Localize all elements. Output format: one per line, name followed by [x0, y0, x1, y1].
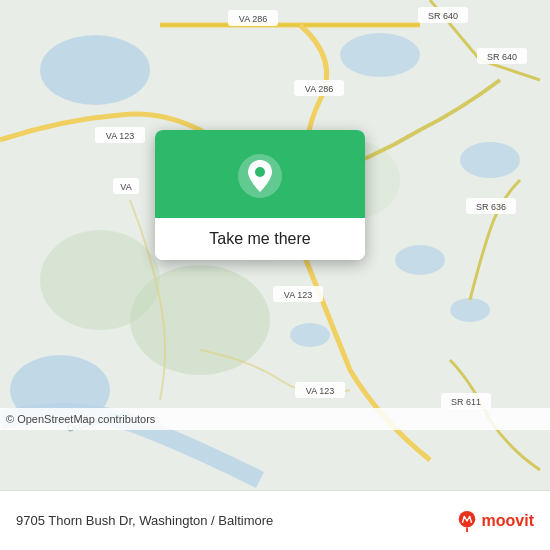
svg-point-33: [255, 167, 265, 177]
svg-text:SR 636: SR 636: [476, 202, 506, 212]
svg-point-3: [460, 142, 520, 178]
svg-text:VA 286: VA 286: [239, 14, 267, 24]
svg-text:VA 286: VA 286: [305, 84, 333, 94]
svg-point-34: [458, 510, 475, 527]
bottom-bar: 9705 Thorn Bush Dr, Washington / Baltimo…: [0, 490, 550, 550]
moovit-logo: moovit: [456, 510, 534, 532]
take-me-there-button[interactable]: Take me there: [155, 218, 365, 260]
svg-text:VA: VA: [120, 182, 131, 192]
popup-green-area: [155, 130, 365, 218]
popup-card[interactable]: Take me there: [155, 130, 365, 260]
location-pin-icon: [236, 152, 284, 200]
moovit-brand-name: moovit: [482, 512, 534, 530]
svg-point-7: [290, 323, 330, 347]
svg-text:VA 123: VA 123: [106, 131, 134, 141]
address-text: 9705 Thorn Bush Dr, Washington / Baltimo…: [16, 513, 273, 528]
svg-text:VA 123: VA 123: [306, 386, 334, 396]
attribution-bar: © OpenStreetMap contributors: [0, 408, 550, 430]
svg-point-4: [395, 245, 445, 275]
svg-text:SR 611: SR 611: [451, 397, 481, 407]
svg-point-1: [40, 35, 150, 105]
svg-point-5: [450, 298, 490, 322]
svg-text:SR 640: SR 640: [487, 52, 517, 62]
svg-point-9: [40, 230, 160, 330]
attribution-text: © OpenStreetMap contributors: [6, 413, 155, 425]
map-container: VA 286 VA 286 VA 123 VA VA 123 VA 123 SR…: [0, 0, 550, 490]
svg-point-2: [340, 33, 420, 77]
svg-text:VA 123: VA 123: [284, 290, 312, 300]
svg-text:SR 640: SR 640: [428, 11, 458, 21]
moovit-brand-icon: [456, 510, 478, 532]
